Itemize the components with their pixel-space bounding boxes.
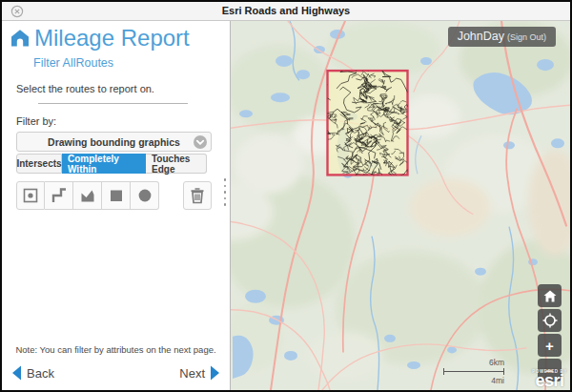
scale-mi-label: 4mi	[443, 376, 504, 385]
separator	[38, 103, 188, 104]
panel-header: Mileage Report	[2, 21, 230, 52]
esri-attribution: POWERED BY esri	[532, 369, 567, 388]
locate-icon	[542, 313, 558, 328]
panel-resize-handle[interactable]	[224, 178, 227, 206]
home-icon	[10, 28, 31, 49]
mileage-report-panel: Mileage Report Filter AllRoutes Select t…	[2, 21, 231, 390]
plus-icon: +	[545, 339, 554, 353]
page-subtitle: Filter AllRoutes	[33, 56, 230, 70]
wizard-navigation: Back Next	[11, 365, 220, 381]
map-view[interactable]: JohnDay (Sign Out) +	[231, 21, 570, 390]
page-title: Mileage Report	[34, 25, 190, 52]
point-icon	[21, 186, 40, 205]
home-extent-button[interactable]	[538, 284, 562, 307]
polygon-icon	[78, 186, 97, 205]
filter-by-label: Filter by:	[16, 115, 230, 127]
polyline-icon	[50, 186, 69, 205]
sign-out-button[interactable]: JohnDay (Sign Out)	[448, 27, 556, 47]
locate-button[interactable]	[538, 309, 562, 332]
draw-rectangle-tool[interactable]	[102, 181, 131, 210]
footer-note: Note: You can filter by attributes on th…	[2, 344, 230, 355]
scale-line	[443, 368, 504, 375]
tab-completely-within[interactable]: Completely Within	[62, 154, 146, 174]
next-label: Next	[179, 366, 205, 381]
dropdown-selected-value: Drawing bounding graphics	[48, 136, 180, 148]
zoom-in-button[interactable]: +	[538, 334, 562, 357]
app-title: Esri Roads and Highways	[2, 5, 570, 16]
back-arrow-icon	[11, 365, 22, 381]
filter-method-dropdown[interactable]: Drawing bounding graphics	[16, 132, 212, 152]
map-home-icon	[543, 290, 557, 302]
instruction-text: Select the routes to report on.	[16, 83, 230, 94]
basemap	[231, 21, 570, 390]
back-button[interactable]: Back	[11, 365, 54, 381]
draw-tools	[16, 181, 230, 210]
draw-point-tool[interactable]	[16, 181, 45, 210]
spatial-relation-tabs: Intersects Completely Within Touches Edg…	[16, 154, 207, 174]
next-button[interactable]: Next	[179, 365, 220, 381]
tab-intersects[interactable]: Intersects	[16, 154, 62, 174]
draw-polyline-tool[interactable]	[45, 181, 73, 210]
esri-logo-text: esri	[532, 374, 567, 388]
scale-bar: 6km 4mi	[443, 358, 504, 385]
circle-icon	[135, 186, 154, 205]
chevron-down-icon	[194, 135, 207, 149]
tab-touches-edge[interactable]: Touches Edge	[146, 154, 207, 174]
user-name: JohnDay	[458, 30, 504, 43]
sign-out-label: (Sign Out)	[507, 32, 546, 42]
next-arrow-icon	[210, 365, 220, 381]
clear-graphics-button[interactable]	[183, 181, 212, 210]
draw-circle-tool[interactable]	[131, 181, 159, 210]
title-bar: Esri Roads and Highways	[2, 2, 570, 21]
draw-polygon-tool[interactable]	[73, 181, 102, 210]
app-window: Esri Roads and Highways Mileage Report F…	[0, 0, 572, 392]
scale-km-label: 6km	[443, 358, 504, 367]
map-controls: + −	[538, 284, 562, 382]
bounding-graphic	[315, 59, 416, 192]
rectangle-icon	[107, 186, 126, 205]
back-label: Back	[27, 366, 54, 381]
trash-icon	[188, 186, 207, 205]
